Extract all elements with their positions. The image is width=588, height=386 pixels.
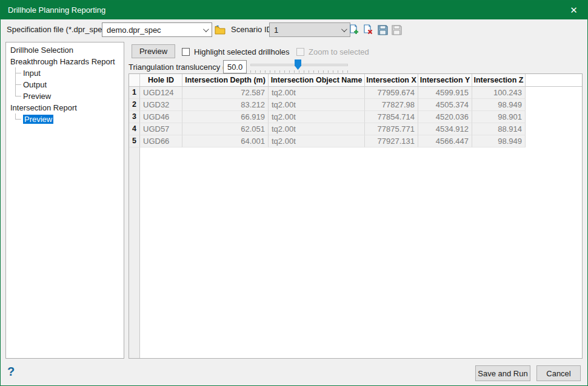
open-folder-icon — [215, 25, 226, 35]
toolbar: Specification file (*.dpr_spec) demo.dpr… — [1, 19, 587, 41]
translucency-label: Triangulation translucency (%) — [129, 63, 235, 72]
row-header-gutter — [129, 147, 140, 358]
save-as-scenario-button[interactable] — [390, 24, 403, 36]
cell-x[interactable]: 77854.714 — [365, 111, 418, 123]
table-row[interactable]: 5 UGD66 64.001 tq2.00t 77927.131 4566.44… — [129, 135, 582, 147]
translucency-input[interactable]: 50.0 — [223, 60, 247, 73]
save-scenario-icon — [378, 25, 388, 35]
tree-item-preview-intersection[interactable]: Preview — [6, 113, 124, 125]
cell-object[interactable]: tq2.00t — [269, 87, 365, 99]
cell-depth[interactable]: 83.212 — [182, 99, 269, 111]
preview-button[interactable]: Preview — [132, 44, 175, 58]
cell-x[interactable]: 77959.674 — [365, 87, 418, 99]
tree-item-intersection-report[interactable]: Intersection Report — [6, 102, 124, 113]
save-and-run-button[interactable]: Save and Run — [475, 365, 530, 381]
header-cell-x[interactable]: Intersection X — [365, 74, 418, 87]
cell-depth[interactable]: 62.051 — [182, 123, 269, 135]
cell-object[interactable]: tq2.00t — [269, 99, 365, 111]
save-as-scenario-icon — [392, 25, 402, 35]
scenario-id-value: 1 — [274, 25, 278, 35]
cell-z[interactable]: 100.243 — [472, 87, 526, 99]
table-header-row: Hole ID Intersection Depth (m) Intersect… — [129, 74, 582, 87]
spec-file-label: Specification file (*.dpr_spec) — [7, 25, 109, 34]
header-cell-object-name[interactable]: Intersection Object Name — [269, 74, 365, 87]
scenario-id-combobox[interactable]: 1 — [269, 22, 350, 37]
close-icon: ✕ — [570, 5, 578, 16]
tree-item-input[interactable]: Input — [6, 67, 124, 79]
tree-item-breakthrough-hazards-report[interactable]: Breakthrough Hazards Report — [6, 56, 124, 67]
cell-z[interactable]: 98.901 — [472, 111, 526, 123]
slider-tick-marks — [250, 70, 349, 73]
header-cell-filler — [526, 74, 582, 87]
spec-file-value: demo.dpr_spec — [107, 25, 161, 35]
header-cell-y[interactable]: Intersection Y — [418, 74, 472, 87]
tree-item-drillhole-selection[interactable]: Drillhole Selection — [6, 44, 124, 56]
zoom-to-selected-checkbox: Zoom to selected — [296, 47, 369, 56]
chevron-down-icon — [203, 26, 209, 32]
tree-item-preview-breakthrough[interactable]: Preview — [6, 90, 124, 102]
cell-z[interactable]: 98.949 — [472, 99, 526, 111]
cell-hole-id[interactable]: UGD46 — [140, 111, 182, 123]
cell-depth[interactable]: 72.587 — [182, 87, 269, 99]
tree-item-output[interactable]: Output — [6, 79, 124, 90]
cell-x[interactable]: 77827.98 — [365, 99, 418, 111]
table-row[interactable]: 2 UGD32 83.212 tq2.00t 77827.98 4505.374… — [129, 99, 582, 111]
cell-x[interactable]: 77927.131 — [365, 135, 418, 147]
cell-x[interactable]: 77875.771 — [365, 123, 418, 135]
window-title: Drillhole Planning Reporting — [1, 5, 105, 15]
cell-hole-id[interactable]: UGD57 — [140, 123, 182, 135]
cell-z[interactable]: 88.914 — [472, 123, 526, 135]
intersection-report-table: Hole ID Intersection Depth (m) Intersect… — [129, 73, 583, 359]
close-button[interactable]: ✕ — [560, 1, 587, 19]
checkbox-box — [296, 48, 304, 56]
cell-object[interactable]: tq2.00t — [269, 111, 365, 123]
save-scenario-button[interactable] — [376, 24, 389, 36]
header-cell-depth[interactable]: Intersection Depth (m) — [182, 74, 269, 87]
drillhole-planning-reporting-dialog: Drillhole Planning Reporting ✕ Specifica… — [0, 0, 588, 386]
add-scenario-button[interactable] — [348, 24, 360, 36]
header-cell-z[interactable]: Intersection Z — [472, 74, 526, 87]
delete-scenario-button[interactable] — [362, 24, 374, 36]
table-row[interactable]: 3 UGD46 66.919 tq2.00t 77854.714 4520.03… — [129, 111, 582, 123]
cell-depth[interactable]: 64.001 — [182, 135, 269, 147]
open-spec-file-button[interactable] — [214, 24, 226, 36]
header-cell-corner — [129, 74, 140, 87]
cell-object[interactable]: tq2.00t — [269, 123, 365, 135]
table-row[interactable]: 1 UGD124 72.587 tq2.00t 77959.674 4599.9… — [129, 87, 582, 99]
checkbox-box — [182, 48, 190, 56]
selected-tree-item: Preview — [23, 115, 53, 124]
cell-y[interactable]: 4534.912 — [418, 123, 472, 135]
spec-file-combobox[interactable]: demo.dpr_spec — [102, 22, 212, 37]
cell-z[interactable]: 98.949 — [472, 135, 526, 147]
table-row[interactable]: 4 UGD57 62.051 tq2.00t 77875.771 4534.91… — [129, 123, 582, 135]
cell-y[interactable]: 4599.915 — [418, 87, 472, 99]
translucency-slider-handle[interactable] — [295, 59, 301, 70]
cell-hole-id[interactable]: UGD124 — [140, 87, 182, 99]
add-scenario-icon — [349, 24, 359, 35]
cell-y[interactable]: 4566.447 — [418, 135, 472, 147]
header-cell-hole-id[interactable]: Hole ID — [140, 74, 182, 87]
highlight-selected-checkbox[interactable]: Highlight selected drillholes — [182, 47, 290, 56]
cell-y[interactable]: 4505.374 — [418, 99, 472, 111]
cancel-button[interactable]: Cancel — [536, 365, 581, 381]
cell-hole-id[interactable]: UGD32 — [140, 99, 182, 111]
title-bar: Drillhole Planning Reporting ✕ — [1, 1, 587, 19]
cell-y[interactable]: 4520.036 — [418, 111, 472, 123]
scenario-id-label: Scenario ID — [231, 25, 272, 34]
cell-hole-id[interactable]: UGD66 — [140, 135, 182, 147]
cell-object[interactable]: tq2.00t — [269, 135, 365, 147]
chevron-down-icon — [341, 26, 347, 32]
navigation-tree: Drillhole Selection Breakthrough Hazards… — [5, 42, 124, 359]
cell-depth[interactable]: 66.919 — [182, 111, 269, 123]
help-icon: ? — [7, 365, 15, 378]
help-button[interactable]: ? — [7, 365, 15, 379]
delete-scenario-icon — [362, 24, 373, 35]
